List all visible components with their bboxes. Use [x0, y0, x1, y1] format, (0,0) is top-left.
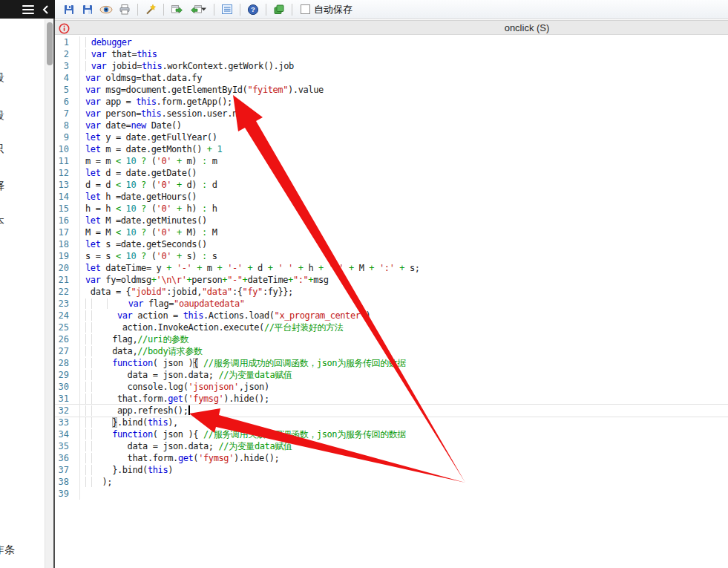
sidebar-item-label[interactable]: 只 [0, 143, 4, 156]
line-number: 33 [55, 417, 80, 428]
code-line[interactable]: 23 var flag="oaupdatedata" [55, 298, 728, 310]
code-line[interactable]: 30 console.log('jsonjson',json) [55, 381, 728, 393]
line-number: 26 [55, 333, 80, 345]
line-number: 3 [55, 60, 80, 72]
help-button[interactable]: ? [245, 2, 261, 17]
code-line[interactable]: 33 }.bind(this), [55, 417, 728, 428]
line-number: 20 [55, 262, 80, 274]
toolbar-separator [240, 4, 240, 16]
save-icon [63, 4, 75, 16]
line-number: 8 [55, 120, 80, 131]
line-number: 35 [55, 440, 80, 452]
code-line[interactable]: 14let h =date.getHours() [55, 191, 728, 203]
copy-layers-button[interactable] [271, 2, 287, 17]
code-editor[interactable]: 1 debugger2 var that=this3 var jobid=thi… [55, 36, 728, 500]
code-line[interactable]: 3 var jobid=this.workContext.getWork().j… [55, 60, 728, 72]
format-wand-icon [145, 4, 157, 16]
text-cursor [188, 405, 190, 415]
hamburger-menu-icon[interactable] [22, 5, 34, 14]
code-line[interactable]: 18let s =date.getSeconds() [55, 238, 728, 250]
code-line[interactable]: 4var oldmsg=that.data.fy [55, 72, 728, 84]
line-number: 39 [55, 488, 80, 500]
code-line[interactable]: 9let y = date.getFullYear() [55, 131, 728, 143]
code-line[interactable]: 2 var that=this [55, 48, 728, 60]
import-button[interactable] [187, 2, 209, 17]
line-number: 32 [55, 405, 80, 417]
info-circle-icon[interactable] [59, 23, 70, 34]
sidebar-item-label[interactable]: 作条 [0, 543, 15, 557]
code-line[interactable]: 16let M =date.getMinutes() [55, 215, 728, 226]
sidebar-item-label[interactable]: 择 [0, 180, 4, 193]
code-line[interactable]: 36 that.form.get('fymsg').hide(); [55, 452, 728, 464]
code-line[interactable]: 28 function( json ){ //服务调用成功的回调函数，json为… [55, 357, 728, 369]
line-number: 37 [55, 464, 80, 476]
code-line[interactable]: 19s = s < 10 ? ('0' + s) : s [55, 250, 728, 262]
sidebar-scrollbar-thumb[interactable] [47, 22, 53, 65]
code-line[interactable]: 38 ); [55, 476, 728, 488]
line-number: 25 [55, 321, 80, 333]
code-line[interactable]: 25 action.InvokeAction.execute(//平台封装好的方… [55, 321, 728, 333]
code-line[interactable]: 34 function( json ){ //服务调用失败的回调函数，json为… [55, 428, 728, 440]
toolbar-separator [163, 4, 164, 16]
code-line[interactable]: 31 that.form.get('fymsg').hide(); [55, 393, 728, 405]
code-line[interactable]: 12let d = date.getDate() [55, 167, 728, 179]
preview-button[interactable] [98, 2, 114, 17]
code-line[interactable]: 15h = h < 10 ? ('0' + h) : h [55, 203, 728, 215]
line-number: 5 [55, 84, 80, 96]
line-number: 27 [55, 345, 80, 357]
line-number: 30 [55, 381, 80, 393]
format-wand-button[interactable] [142, 2, 159, 17]
code-line[interactable]: 17M = M < 10 ? ('0' + M) : M [55, 226, 728, 238]
save-button[interactable] [61, 2, 77, 17]
autosave-checkbox[interactable] [301, 4, 310, 14]
code-line[interactable]: 24 var action = this.Actions.load("x_pro… [55, 310, 728, 321]
code-line[interactable]: 37 }.bind(this) [55, 464, 728, 476]
code-line[interactable]: 8var date=new Date() [55, 120, 728, 131]
code-line[interactable]: 7var person=this.session.user.name [55, 108, 728, 120]
line-number: 18 [55, 238, 80, 250]
autosave-label: 自动保存 [314, 3, 352, 16]
sidebar-item-label[interactable]: 段 [0, 71, 4, 85]
line-number: 19 [55, 250, 80, 262]
code-line[interactable]: 5var msg=document.getElementById("fyitem… [55, 84, 728, 96]
save-as-button[interactable] [79, 2, 96, 17]
sidebar-item-label[interactable]: 段 [0, 109, 4, 123]
code-line[interactable]: 29 data = json.data; //为变量data赋值 [55, 369, 728, 381]
code-line[interactable]: 27 data,//body请求参数 [55, 345, 728, 357]
line-number: 10 [55, 143, 80, 155]
line-number: 23 [55, 298, 80, 310]
form-list-button[interactable] [219, 2, 235, 17]
line-number: 11 [55, 155, 80, 167]
line-number: 34 [55, 428, 80, 440]
code-line[interactable]: 20let dateTime= y + '-' + m + '-' + d + … [55, 262, 728, 274]
code-line[interactable]: 1 debugger [55, 36, 728, 48]
event-name-label: onclick (S) [505, 22, 550, 33]
sidebar-scrollbar[interactable] [45, 19, 53, 568]
code-line[interactable]: 32 app.refresh(); [55, 405, 728, 417]
code-lines: 1 debugger2 var that=this3 var jobid=thi… [55, 36, 728, 500]
export-button[interactable] [168, 2, 185, 17]
line-number: 31 [55, 393, 80, 405]
export-icon [171, 4, 183, 16]
toolbar-separator [214, 4, 214, 16]
code-line[interactable]: 22 data = {"jobid":jobid,"data":{"fy":fy… [55, 286, 728, 298]
code-line[interactable]: 35 data = json.data; //为变量data赋值 [55, 440, 728, 452]
code-line[interactable]: 13d = d < 10 ? ('0' + d) : d [55, 179, 728, 191]
code-line[interactable]: 10let m = date.getMonth() + 1 [55, 143, 728, 155]
code-line[interactable]: 26 flag,//uri的参数 [55, 333, 728, 345]
collapsed-panel-header [0, 0, 55, 19]
help-icon: ? [247, 4, 259, 16]
line-number: 38 [55, 476, 80, 488]
print-button[interactable] [117, 2, 133, 17]
collapse-chevron-icon[interactable] [42, 4, 50, 15]
import-dropdown-caret [201, 7, 206, 11]
line-number: 22 [55, 286, 80, 298]
autosave-toggle: 自动保存 [301, 3, 352, 16]
code-line[interactable]: 21var fy=oldmsg+'\n\r'+person+"-"+dateTi… [55, 274, 728, 286]
code-line[interactable]: 11m = m < 10 ? ('0' + m) : m [55, 155, 728, 167]
code-line[interactable]: 6var app = this.form.getApp(); [55, 96, 728, 108]
save-as-icon [82, 4, 94, 16]
toolbar-separator [292, 4, 292, 16]
code-line[interactable]: 39 [55, 488, 728, 500]
sidebar-item-label[interactable]: 本 [0, 215, 4, 229]
